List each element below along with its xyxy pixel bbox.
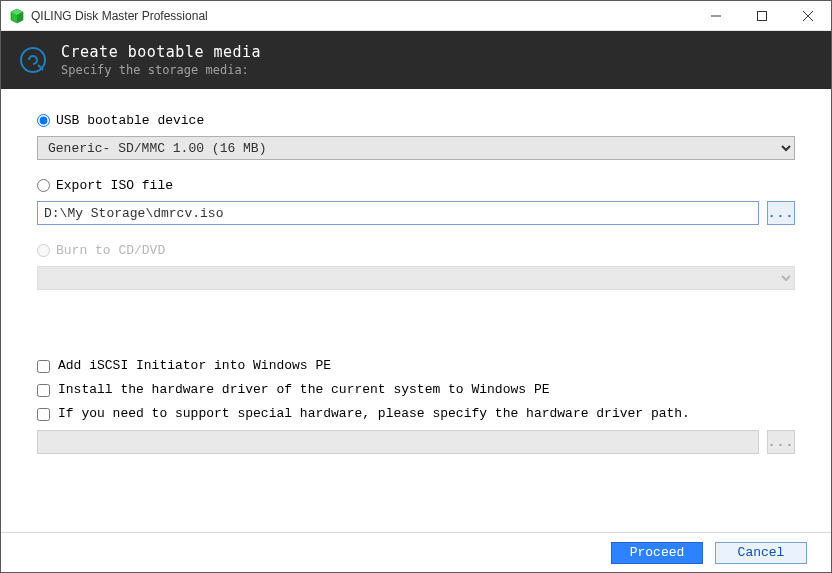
- iso-radio[interactable]: [37, 179, 50, 192]
- footer: Proceed Cancel: [1, 532, 831, 572]
- burn-drive-dropdown: [37, 266, 795, 290]
- usb-select-row: Generic- SD/MMC 1.00 (16 MB): [37, 136, 795, 160]
- wizard-icon: [17, 44, 49, 76]
- header-texts: Create bootable media Specify the storag…: [61, 43, 261, 77]
- titlebar: QILING Disk Master Professional: [1, 1, 831, 31]
- usb-radio-row[interactable]: USB bootable device: [37, 113, 795, 128]
- usb-device-dropdown[interactable]: Generic- SD/MMC 1.00 (16 MB): [37, 136, 795, 160]
- driver-path-row: ...: [37, 430, 795, 454]
- driver-current-checkbox[interactable]: [37, 384, 50, 397]
- burn-radio: [37, 244, 50, 257]
- iso-path-row: ...: [37, 201, 795, 225]
- window-title: QILING Disk Master Professional: [31, 9, 693, 23]
- iscsi-check-row[interactable]: Add iSCSI Initiator into Windows PE: [37, 358, 795, 374]
- driver-path-checkbox[interactable]: [37, 408, 50, 421]
- iso-radio-label[interactable]: Export ISO file: [56, 178, 173, 193]
- maximize-button[interactable]: [739, 1, 785, 31]
- iscsi-check-label[interactable]: Add iSCSI Initiator into Windows PE: [58, 358, 331, 374]
- iso-path-input[interactable]: [37, 201, 759, 225]
- app-icon: [9, 8, 25, 24]
- iso-browse-button[interactable]: ...: [767, 201, 795, 225]
- driver-current-check-label[interactable]: Install the hardware driver of the curre…: [58, 382, 549, 398]
- driver-path-check-label[interactable]: If you need to support special hardware,…: [58, 406, 690, 422]
- content-area: USB bootable device Generic- SD/MMC 1.00…: [1, 89, 831, 532]
- minimize-button[interactable]: [693, 1, 739, 31]
- iscsi-checkbox[interactable]: [37, 360, 50, 373]
- page-title: Create bootable media: [61, 43, 261, 61]
- header-band: Create bootable media Specify the storag…: [1, 31, 831, 89]
- close-button[interactable]: [785, 1, 831, 31]
- burn-radio-label: Burn to CD/DVD: [56, 243, 165, 258]
- driver-path-browse-button: ...: [767, 430, 795, 454]
- svg-rect-4: [758, 11, 767, 20]
- window-controls: [693, 1, 831, 31]
- spacer: [37, 308, 795, 358]
- driver-path-input: [37, 430, 759, 454]
- cancel-button[interactable]: Cancel: [715, 542, 807, 564]
- proceed-button[interactable]: Proceed: [611, 542, 703, 564]
- driver-path-check-row[interactable]: If you need to support special hardware,…: [37, 406, 795, 422]
- iso-radio-row[interactable]: Export ISO file: [37, 178, 795, 193]
- burn-select-row: [37, 266, 795, 290]
- app-window: QILING Disk Master Professional Create b…: [0, 0, 832, 573]
- usb-radio-label[interactable]: USB bootable device: [56, 113, 204, 128]
- burn-radio-row: Burn to CD/DVD: [37, 243, 795, 258]
- usb-radio[interactable]: [37, 114, 50, 127]
- page-subtitle: Specify the storage media:: [61, 63, 261, 77]
- driver-current-check-row[interactable]: Install the hardware driver of the curre…: [37, 382, 795, 398]
